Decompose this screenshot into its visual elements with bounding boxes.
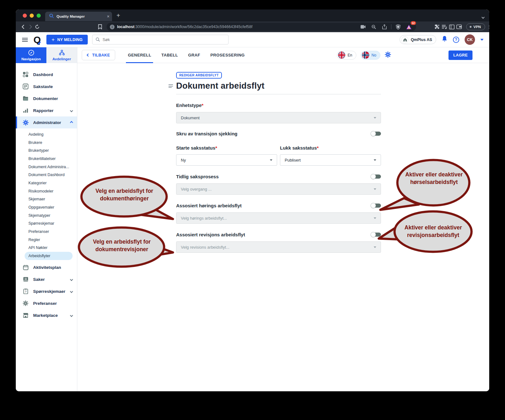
bookmark-icon[interactable] [98,23,102,31]
sidebar: Navigasjon Avdelinger Dashbord Sakstavle [16,47,77,391]
search-icon [96,37,100,42]
workflow-tabs: GENERELL TABELL GRAF PROSESSERING [123,47,250,63]
sidebar-subitem-arbeidsflyter[interactable]: Arbeidsflyter [25,252,73,260]
org-chart-icon [59,50,65,56]
sidebar-item-dashbord[interactable]: Dashbord [16,68,77,80]
language-en-button[interactable]: En [337,51,356,60]
settings-gear-icon[interactable] [385,51,391,59]
language-no-button[interactable]: No [361,51,380,60]
sidebar-subitem-skjematyper[interactable]: Skjematyper [16,211,77,220]
sidebar-item-saker[interactable]: Saker [16,273,77,285]
sidebar-subitem-risikomodeler[interactable]: Risikomodeler [16,187,77,195]
camera-icon[interactable] [359,23,367,31]
sidebar-panel-icon[interactable] [449,23,454,31]
norway-flag-icon [362,51,369,59]
back-button[interactable]: TILBAKE [82,50,115,60]
dropdown-caret-icon [270,159,272,161]
content-toolbar: TILBAKE GENERELL TABELL GRAF PROSESSERIN… [77,47,489,63]
share-icon[interactable] [380,23,389,31]
sidebar-subitem-kategorier[interactable]: Kategorier [16,179,77,187]
divider [176,94,381,94]
sidebar-item-dokumenter[interactable]: Dokumenter [16,92,77,104]
start-status-select[interactable]: Ny [176,154,277,166]
sidebar-tab-avdelinger[interactable]: Avdelinger [46,47,77,63]
tab-prosessering[interactable]: PROSESSERING [205,47,250,63]
new-message-button[interactable]: + NY MELDING [46,35,87,44]
sidebar-item-rapporter[interactable]: Rapporter [16,104,77,116]
help-icon[interactable]: ? [453,37,459,43]
qmplus-logo[interactable]: Q [33,35,41,44]
sidebar-subitem-regler[interactable]: Regler [16,236,77,244]
sidebar-subitem-sporreskjemar[interactable]: Spørreskjemar [16,220,77,228]
window-controls[interactable] [16,14,45,18]
sidebar-subitem-preferanser[interactable]: Preferanser [16,228,77,236]
storefront-icon [22,313,29,318]
vpn-status-dot [470,26,472,28]
annotation-hearing-select: Velg en arbeidsflyt for dokumenthøringer [79,174,177,223]
user-avatar[interactable]: CK [465,34,475,45]
sidebar-item-administrator[interactable]: Administrator [16,116,77,128]
wallet-icon[interactable] [456,23,462,31]
hearing-workflow-select[interactable]: Velg hørings arbeidsflyt... [176,212,381,224]
browser-menu-icon[interactable] [489,23,489,31]
sidebar-subitem-avdeling[interactable]: Avdeling [16,130,77,139]
new-tab-button[interactable]: + [116,12,120,19]
chevron-left-icon [87,54,90,57]
sidebar-subitem-dokument-dashbord[interactable]: Dokument Dashbord [16,171,77,179]
zoom-out-icon[interactable] [370,23,378,31]
account-chevron-icon[interactable] [480,39,484,41]
organization-selector[interactable]: QmPlus AS [400,35,436,44]
back-icon[interactable] [21,23,26,31]
forward-icon[interactable] [28,23,33,31]
url-bar[interactable]: i localhost:3000/module/admin/workflow/5… [107,23,416,31]
home-icon [401,36,408,43]
sidebar-subitem-api-nokler[interactable]: API Nøkler [16,244,77,252]
tab-close-icon[interactable]: × [107,14,110,19]
tab-generell[interactable]: GENERELL [123,47,156,63]
tab-graf[interactable]: GRAF [183,47,205,63]
early-process-select[interactable]: Velg overgang ... [176,183,381,195]
sidebar-subitem-dokument-administrasjon[interactable]: Dokument Administra... [16,163,77,171]
global-search[interactable] [92,35,229,44]
save-button[interactable]: LAGRE [449,50,472,60]
vpn-button[interactable]: VPN [466,23,485,30]
sidebar-subitem-skjemaer[interactable]: Skjemaer [16,195,77,204]
brave-shield-icon[interactable] [394,23,402,31]
search-input[interactable] [103,37,225,42]
admin-submenu: Avdeling Brukere Brukertyper Brukertilla… [16,128,77,261]
extensions-puzzle-icon[interactable] [434,23,440,31]
browser-tab-bar: Quality Manager × + [16,9,489,21]
close-window-button[interactable] [23,14,27,18]
sidebar-item-label: Sakstavle [33,84,73,89]
tab-tabell[interactable]: TABELL [156,47,183,63]
svg-text:?: ? [25,290,27,293]
sidebar-item-label: Dokumenter [33,96,73,101]
chevron-up-icon [70,121,73,124]
chevron-down-icon [70,314,73,317]
site-info-icon[interactable]: i [110,25,115,29]
tab-list-chevron-icon[interactable] [482,14,484,20]
playlist-icon[interactable] [442,23,447,31]
url-text[interactable]: localhost:3000/module/admin/workflow/56c… [117,25,356,29]
browser-tab[interactable]: Quality Manager × [45,12,112,21]
revision-workflow-select[interactable]: Velg revisions arbeidsflyt... [176,241,381,253]
minimize-window-button[interactable] [30,14,34,18]
sidebar-item-sakstavle[interactable]: Sakstavle [16,80,77,92]
sidebar-item-aktivitetsplan[interactable]: Aktivitetsplan [16,261,77,273]
sidebar-item-preferanser[interactable]: Preferanser [16,297,77,309]
close-status-select[interactable]: Publisert [280,154,381,166]
sidebar-subitem-brukertyper[interactable]: Brukertyper [16,146,77,155]
app-menu-icon[interactable] [22,38,28,42]
brave-rewards-icon[interactable]: 12 [405,23,413,31]
sidebar-tab-navigasjon[interactable]: Navigasjon [16,47,46,63]
sidebar-item-sporreskjemaer[interactable]: ? Spørreskjemaer [16,285,77,297]
transition-check-toggle[interactable] [371,131,381,136]
sidebar-subitem-brukertillatelser[interactable]: Brukertillatelser [16,155,77,163]
sidebar-item-marketplace[interactable]: Marketplace [16,309,77,321]
notifications-bell-icon[interactable] [442,36,448,44]
enhetstype-select[interactable]: Dokument [176,112,381,123]
sidebar-subitem-brukere[interactable]: Brukere [16,139,77,147]
zoom-window-button[interactable] [37,14,41,18]
reload-icon[interactable] [35,23,40,31]
sidebar-subitem-oppgavemaler[interactable]: Oppgavemaler [16,203,77,211]
